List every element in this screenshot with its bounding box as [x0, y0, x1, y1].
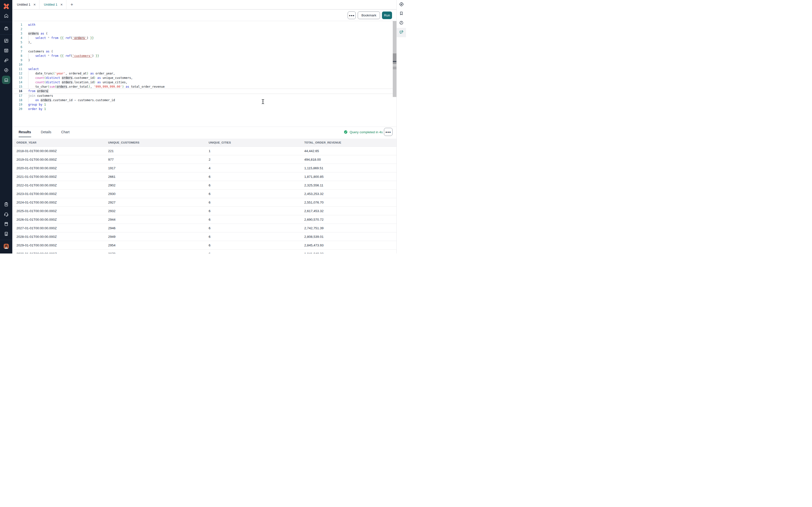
code-line-8[interactable]: 8 select * from {{ ref('customers') }}: [12, 54, 397, 58]
column-header-unique_customers[interactable]: UNIQUE_CUSTOMERS: [108, 141, 209, 144]
table-row[interactable]: 2025-01-01T00:00:00.000Z293262,617,453.3…: [12, 207, 397, 215]
results-tab-chart[interactable]: Chart: [61, 127, 69, 137]
table-row[interactable]: 2030-01-01T00:00:00.000Z287961,841,049.3…: [12, 249, 397, 253]
table-row[interactable]: 2018-01-01T00:00:00.000Z221144,442.65: [12, 147, 397, 155]
more-options-button[interactable]: ●●●: [348, 11, 356, 19]
tab-close-icon[interactable]: ✕: [60, 3, 63, 6]
sidebar-item-clipboard[interactable]: [2, 200, 10, 209]
run-button[interactable]: Run: [382, 11, 392, 19]
table-cell: 6: [209, 192, 304, 196]
code-line-19[interactable]: 19group by 1: [12, 102, 397, 107]
results-table-body: 2018-01-01T00:00:00.000Z221144,442.65201…: [12, 147, 397, 253]
table-cell: 2019-01-01T00:00:00.000Z: [16, 158, 108, 161]
code-line-12[interactable]: 12 date_trunc('year', ordered_at) as ord…: [12, 71, 397, 76]
code-line-1[interactable]: 1with: [12, 22, 397, 27]
code-line-4[interactable]: 4 select * from {{ ref('orders') }}: [12, 36, 397, 40]
table-row[interactable]: 2026-01-01T00:00:00.000Z294462,690,570.7…: [12, 215, 397, 224]
line-number: 8: [12, 54, 28, 58]
table-cell: 2954: [108, 243, 209, 247]
sidebar-item-headset[interactable]: [2, 210, 10, 218]
sidebar-item-book[interactable]: [2, 220, 10, 228]
table-cell: 2022-01-01T00:00:00.000Z: [16, 183, 108, 187]
code-line-18[interactable]: 18 on orders.customer_id = customers.cus…: [12, 98, 397, 102]
table-row[interactable]: 2029-01-01T00:00:00.000Z295462,845,473.9…: [12, 241, 397, 249]
code-line-14[interactable]: 14 count(distinct orders.location_id) as…: [12, 80, 397, 84]
table-cell: 2018-01-01T00:00:00.000Z: [16, 149, 108, 153]
sidebar-item-windows[interactable]: [2, 56, 10, 64]
line-number: 1: [12, 23, 28, 26]
logo-x-icon: [3, 3, 9, 9]
tab-close-icon[interactable]: ✕: [33, 3, 36, 6]
code-text: group by 1: [28, 103, 46, 106]
code-text: on orders.customer_id = customers.custom…: [28, 99, 115, 102]
column-header-total_order_revenue[interactable]: TOTAL_ORDER_REVENUE: [304, 141, 397, 144]
code-line-16[interactable]: 16from orders: [12, 89, 397, 93]
user-avatar[interactable]: [2, 242, 10, 250]
table-cell: 6: [209, 243, 304, 247]
code-line-11[interactable]: 11select: [12, 67, 397, 71]
table-row[interactable]: 2021-01-01T00:00:00.000Z266161,871,800.8…: [12, 172, 397, 181]
home-icon: [4, 13, 9, 18]
table-row[interactable]: 2022-01-01T00:00:00.000Z290262,325,556.1…: [12, 181, 397, 189]
code-line-15[interactable]: 15 to_char(sum(orders.order_total), '999…: [12, 84, 397, 89]
right-sidebar-item-history[interactable]: [397, 19, 406, 28]
editor-scrollbar[interactable]: [393, 21, 397, 97]
code-line-10[interactable]: 10: [12, 62, 397, 67]
line-number: 6: [12, 45, 28, 49]
results-tabs: ResultsDetailsChart: [19, 127, 80, 137]
table-cell: 4: [209, 166, 304, 170]
editor-tab-1[interactable]: Untitled 1✕: [12, 0, 40, 10]
indent-guide: [28, 80, 29, 84]
sidebar-item-laptop[interactable]: [2, 76, 10, 84]
bookmark-button[interactable]: Bookmark: [358, 11, 380, 19]
results-tab-details[interactable]: Details: [41, 127, 51, 137]
table-row[interactable]: 2027-01-01T00:00:00.000Z294662,742,751.3…: [12, 224, 397, 232]
left-sidebar: [0, 0, 12, 253]
sidebar-item-bento[interactable]: [2, 37, 10, 45]
sidebar-item-inbox[interactable]: [2, 24, 10, 32]
table-cell: 221: [108, 149, 209, 153]
code-line-9[interactable]: 9): [12, 58, 397, 62]
column-header-order_year[interactable]: ORDER_YEAR: [16, 141, 108, 144]
sidebar-item-building[interactable]: [2, 229, 10, 238]
code-line-5[interactable]: 5),: [12, 40, 397, 45]
table-row[interactable]: 2023-01-01T00:00:00.000Z293062,453,253.3…: [12, 189, 397, 198]
table-cell: 2,453,253.32: [304, 192, 397, 196]
right-sidebar-item-bookmark[interactable]: [397, 9, 406, 19]
sidebar-item-home[interactable]: [2, 11, 10, 20]
code-line-17[interactable]: 17join customers: [12, 94, 397, 98]
table-cell: 2879: [108, 252, 209, 254]
table-cell: 1,841,049.32: [304, 252, 397, 254]
editor-tab-2[interactable]: Untitled 1✕: [40, 0, 66, 10]
app-logo[interactable]: [0, 0, 12, 11]
code-line-13[interactable]: 13 count(distinct orders.customer_id) as…: [12, 76, 397, 80]
results-tab-results[interactable]: Results: [19, 127, 31, 137]
code-line-20[interactable]: 20order by 1: [12, 107, 397, 111]
table-cell: 2026-01-01T00:00:00.000Z: [16, 218, 108, 221]
table-row[interactable]: 2028-01-01T00:00:00.000Z294962,808,539.0…: [12, 232, 397, 241]
table-cell: 2946: [108, 226, 209, 230]
table-row[interactable]: 2020-01-01T00:00:00.000Z191741,115,869.5…: [12, 164, 397, 172]
sidebar-item-code-window[interactable]: [2, 46, 10, 55]
new-tab-button[interactable]: +: [66, 0, 77, 10]
scrollbar-thumb[interactable]: [393, 53, 397, 64]
tab-bar: Untitled 1✕Untitled 1✕+: [12, 0, 397, 10]
right-sidebar-item-ai-chat[interactable]: [397, 28, 406, 37]
code-line-2[interactable]: 2: [12, 27, 397, 31]
table-row[interactable]: 2019-01-01T00:00:00.000Z9772494,818.00: [12, 155, 397, 164]
results-panel: ResultsDetailsChart Query completed in 4…: [12, 127, 397, 253]
results-more-button[interactable]: ●●●: [384, 128, 393, 136]
code-line-3[interactable]: 3orders as (: [12, 31, 397, 36]
table-row[interactable]: 2024-01-01T00:00:00.000Z292762,551,076.7…: [12, 198, 397, 207]
line-number: 7: [12, 50, 28, 53]
results-header: ResultsDetailsChart Query completed in 4…: [12, 127, 397, 137]
code-line-7[interactable]: 7customers as (: [12, 49, 397, 54]
sidebar-item-compass[interactable]: [2, 66, 10, 74]
clipboard-icon: [4, 202, 9, 207]
right-sidebar-item-compass[interactable]: [397, 0, 406, 9]
bookmark-icon: [399, 11, 404, 17]
table-cell: 2030-01-01T00:00:00.000Z: [16, 252, 108, 254]
code-line-6[interactable]: 6: [12, 45, 397, 49]
column-header-unique_cities[interactable]: UNIQUE_CITIES: [209, 141, 304, 144]
sql-editor[interactable]: 1with23orders as (4 select * from {{ ref…: [12, 21, 397, 127]
